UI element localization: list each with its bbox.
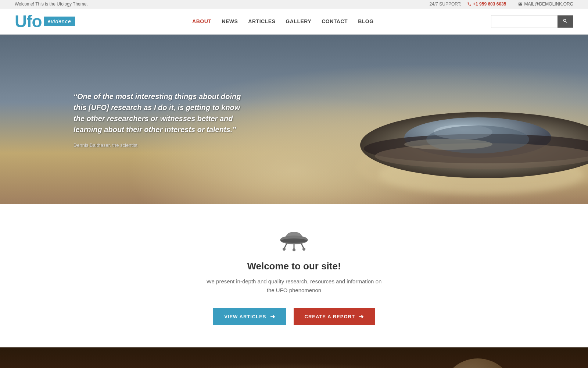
nav-blog[interactable]: BLOG xyxy=(358,18,373,24)
svg-point-8 xyxy=(404,139,492,150)
search-bar xyxy=(491,15,573,28)
create-report-button[interactable]: CREATE A REPORT ➜ xyxy=(294,308,375,325)
hero-content: “One of the most interesting things abou… xyxy=(0,91,250,148)
view-articles-button[interactable]: VIEW ARTICLES ➜ xyxy=(213,308,286,325)
ufo-logo-icon xyxy=(277,226,311,252)
svg-point-16 xyxy=(293,248,295,251)
bottom-dark-overlay xyxy=(0,347,588,368)
support-label: 24/7 SUPPORT: xyxy=(430,1,461,7)
logo-ufo-text: Ufo xyxy=(15,13,42,30)
nav-news[interactable]: NEWS xyxy=(222,18,238,24)
svg-point-11 xyxy=(281,238,307,243)
email-icon xyxy=(518,2,523,6)
welcome-title: Welcome to our site! xyxy=(247,261,341,272)
phone-info: +1 959 603 6035 xyxy=(467,1,506,7)
phone-icon xyxy=(467,2,472,6)
header: Ufo evidence ABOUT NEWS ARTICLES GALLERY… xyxy=(0,8,588,35)
top-bar: Welcome! This is the Ufology Theme. 24/7… xyxy=(0,0,588,8)
search-icon xyxy=(563,18,568,24)
top-bar-divider xyxy=(512,1,512,7)
welcome-desc: We present in-depth and quality research… xyxy=(206,277,382,295)
nav-articles[interactable]: ARTICLES xyxy=(248,18,275,24)
hero-saucer-image xyxy=(279,42,588,204)
hero-attribution: Dennis Balthaser, the scientist xyxy=(74,142,250,148)
hero-quote: “One of the most interesting things abou… xyxy=(74,91,250,135)
phone-number: +1 959 603 6035 xyxy=(473,1,506,7)
cta-buttons: VIEW ARTICLES ➜ CREATE A REPORT ➜ xyxy=(213,308,375,325)
logo-evidence-text: evidence xyxy=(48,18,71,24)
top-bar-right: 24/7 SUPPORT: +1 959 603 6035 MAIL@DEMOL… xyxy=(430,1,573,7)
view-arrow-icon: ➜ xyxy=(270,313,275,320)
middle-section: Welcome to our site! We present in-depth… xyxy=(0,204,588,347)
email-info: MAIL@DEMOLINK.ORG xyxy=(518,1,573,7)
logo-evidence-block: evidence xyxy=(44,17,75,26)
create-arrow-icon: ➜ xyxy=(359,313,364,320)
email-address: MAIL@DEMOLINK.ORG xyxy=(524,1,573,7)
svg-point-17 xyxy=(302,248,305,251)
nav-gallery[interactable]: GALLERY xyxy=(286,18,311,24)
search-input[interactable] xyxy=(491,16,557,27)
welcome-text: Welcome! This is the Ufology Theme. xyxy=(15,1,88,7)
logo[interactable]: Ufo evidence xyxy=(15,13,75,30)
search-button[interactable] xyxy=(557,15,573,28)
svg-point-15 xyxy=(283,248,286,251)
bottom-dark-section xyxy=(0,347,588,368)
ufo-icon xyxy=(277,226,311,253)
nav-about[interactable]: ABOUT xyxy=(192,18,211,24)
main-nav: ABOUT NEWS ARTICLES GALLERY CONTACT BLOG xyxy=(192,18,374,24)
nav-contact[interactable]: CONTACT xyxy=(322,18,348,24)
hero-section: “One of the most interesting things abou… xyxy=(0,35,588,204)
